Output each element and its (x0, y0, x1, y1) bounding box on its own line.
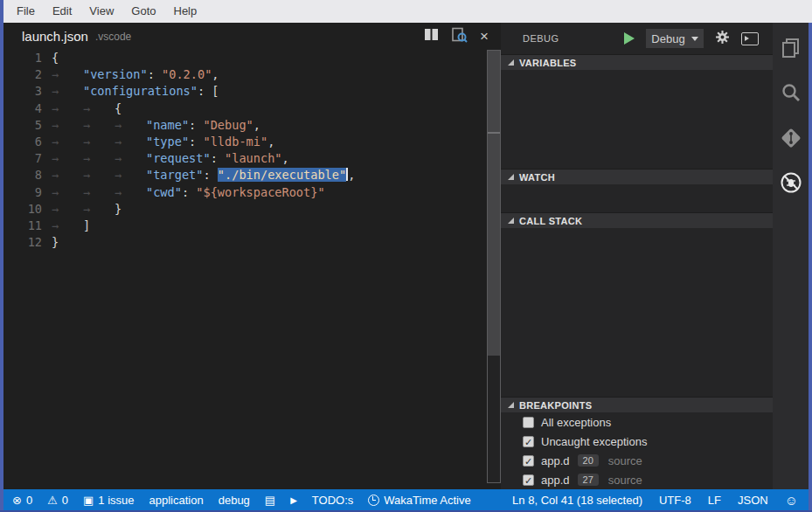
open-preview-icon[interactable] (451, 27, 468, 46)
code-line[interactable]: 8→→→"target": "./bin/executable", (3, 167, 487, 183)
checkbox[interactable]: ✓ (523, 474, 534, 486)
status-language-mode[interactable]: JSON (738, 494, 768, 507)
code-line[interactable]: 5→→→"name": "Debug", (3, 117, 487, 134)
status-issues[interactable]: ▣1 issue (83, 494, 135, 507)
menu-view[interactable]: View (80, 0, 122, 23)
code-editor[interactable]: 1{2→"version": "0.2.0",3→"configurations… (3, 50, 487, 251)
file-folder: .vscode (95, 31, 131, 43)
breakpoint-item[interactable]: ✓app.d20source (501, 451, 773, 470)
line-number[interactable]: 2 (3, 66, 42, 83)
status-warnings[interactable]: ⚠0 (47, 494, 68, 507)
line-number[interactable]: 10 (3, 201, 42, 218)
vscode-window: FileEditViewGotoHelp launch.json .vscode… (0, 0, 812, 512)
issues-icon: ▣ (83, 494, 94, 507)
code-line[interactable]: 1{ (3, 50, 487, 66)
line-number[interactable]: 7 (3, 150, 42, 167)
code-line[interactable]: 11→] (3, 218, 487, 234)
status-run-task[interactable]: ▶ (290, 495, 297, 505)
split-editor-icon[interactable] (424, 28, 439, 45)
editor-scrollbar[interactable] (487, 50, 501, 483)
breakpoint-item[interactable]: ✓Uncaught exceptions (501, 432, 773, 451)
token: , (348, 168, 355, 182)
gear-icon[interactable] (715, 30, 730, 48)
token: } (115, 202, 121, 216)
section-header-watch[interactable]: WATCH (501, 169, 773, 184)
label: debug (219, 494, 250, 507)
debug-console-icon[interactable] (741, 32, 759, 45)
code-line[interactable]: 6→→→"type": "lldb-mi", (3, 134, 487, 150)
debug-icon[interactable] (780, 171, 802, 194)
breakpoint-item[interactable]: All exceptions (501, 412, 773, 432)
status-encoding[interactable]: UTF-8 (659, 494, 691, 507)
whitespace-arrow-icon: → (52, 134, 83, 150)
status-errors[interactable]: ⊗0 (12, 494, 32, 507)
whitespace-arrow-icon: → (83, 134, 115, 150)
source-control-icon[interactable] (780, 127, 802, 149)
token: "lldb-mi" (203, 135, 267, 149)
line-text: →→{ (52, 100, 121, 117)
status-todos[interactable]: TODO:s (312, 494, 353, 507)
breakpoint-label: app.d (541, 454, 570, 467)
line-number[interactable]: 3 (3, 83, 42, 100)
start-debug-icon[interactable] (624, 32, 635, 45)
debug-config-value: Debug (651, 32, 684, 45)
line-number[interactable]: 11 (3, 218, 42, 234)
code-line[interactable]: 12} (3, 234, 487, 251)
line-text: →→} (52, 201, 121, 218)
search-icon[interactable] (780, 81, 802, 104)
scrollbar-divider (488, 132, 500, 134)
statusbar-right: Ln 8, Col 41 (18 selected)UTF-8LFJSON☺ (496, 493, 798, 508)
line-number[interactable]: 5 (3, 117, 42, 134)
code-line[interactable]: 4→→{ (3, 100, 487, 117)
section-header-breakpoints[interactable]: BREAKPOINTS (501, 397, 773, 412)
line-text: →→→"cwd": "${workspaceRoot}" (52, 184, 325, 201)
line-number[interactable]: 6 (3, 134, 42, 150)
section-label: CALL STACK (519, 216, 582, 226)
status-eol[interactable]: LF (708, 494, 721, 507)
status-wakatime[interactable]: WakaTime Active (368, 494, 470, 507)
code-line[interactable]: 10→→} (3, 201, 487, 218)
scrollbar-thumb[interactable] (488, 51, 500, 356)
status-build-doc[interactable]: ▤ (265, 494, 275, 507)
token: "./bin/executable" (218, 168, 346, 182)
checkbox[interactable] (523, 417, 534, 428)
line-number[interactable]: 1 (3, 50, 42, 66)
debug-sidebar: DEBUG Debug VARIABLES WATCH CA (501, 23, 773, 489)
line-number[interactable]: 8 (3, 167, 42, 183)
status-application[interactable]: application (149, 494, 204, 507)
status-feedback[interactable]: ☺ (785, 493, 798, 508)
checkbox[interactable]: ✓ (523, 455, 534, 467)
close-icon[interactable]: × (480, 30, 489, 44)
line-number[interactable]: 9 (3, 184, 42, 201)
code-line[interactable]: 2→"version": "0.2.0", (3, 66, 487, 83)
code-line[interactable]: 9→→→"cwd": "${workspaceRoot}" (3, 184, 487, 201)
breakpoint-item[interactable]: ✓app.d27source (501, 470, 773, 489)
whitespace-arrow-icon: → (52, 66, 83, 83)
menu-help[interactable]: Help (165, 0, 206, 23)
line-number[interactable]: 12 (3, 234, 42, 251)
status-debug-task[interactable]: debug (219, 494, 250, 507)
menu-edit[interactable]: Edit (44, 0, 80, 23)
debug-toolbar-actions: Debug (624, 29, 759, 48)
whitespace-arrow-icon: → (83, 184, 115, 201)
breakpoint-suffix: source (608, 474, 642, 487)
code-line[interactable]: 3→"configurations": [ (3, 83, 487, 100)
checkbox[interactable]: ✓ (523, 436, 534, 447)
code-line[interactable]: 7→→→"request": "launch", (3, 150, 487, 167)
line-text: →"version": "0.2.0", (52, 66, 219, 83)
section-header-variables[interactable]: VARIABLES (501, 54, 773, 70)
label: application (149, 494, 204, 507)
token: : (189, 135, 203, 149)
menu-goto[interactable]: Goto (122, 0, 164, 23)
window-border-right (809, 0, 812, 512)
status-cursor-position[interactable]: Ln 8, Col 41 (18 selected) (512, 494, 642, 507)
token: "${workspaceRoot}" (196, 185, 324, 199)
line-number[interactable]: 4 (3, 100, 42, 117)
label: JSON (738, 494, 768, 507)
section-header-call-stack[interactable]: CALL STACK (501, 212, 773, 228)
token: "name" (146, 118, 189, 132)
whitespace-arrow-icon: → (52, 83, 83, 100)
menu-file[interactable]: File (8, 0, 44, 23)
explorer-icon[interactable] (780, 37, 802, 59)
debug-config-dropdown[interactable]: Debug (646, 29, 704, 48)
